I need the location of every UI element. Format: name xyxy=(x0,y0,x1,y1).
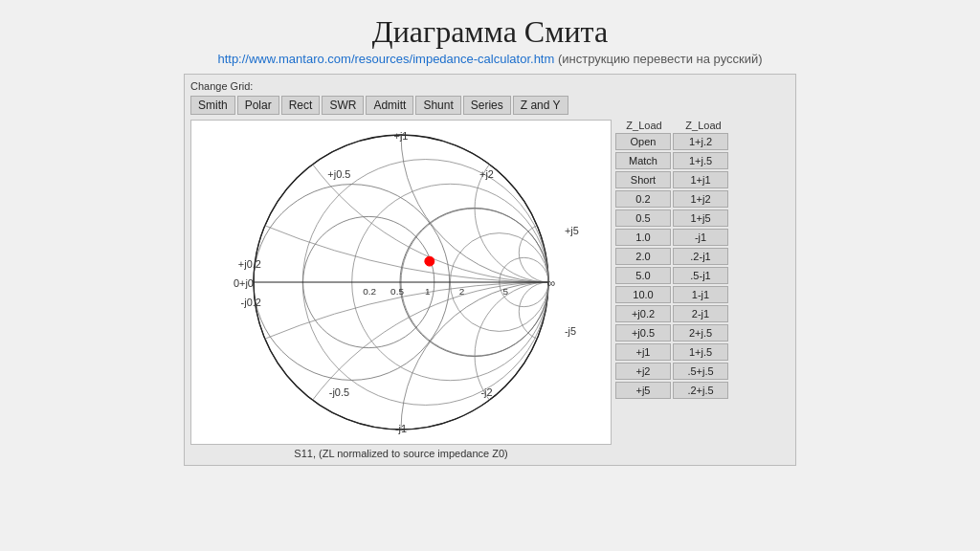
z-load-row: +j0.22-j1 xyxy=(615,305,738,322)
z-load-btn-8-0[interactable]: 10.0 xyxy=(615,286,671,303)
z-load-col1-header: Z_Load xyxy=(615,120,673,131)
svg-text:+j2: +j2 xyxy=(479,168,494,180)
z-load-row: 0.51+j5 xyxy=(615,209,738,227)
z-load-btn-10-0[interactable]: +j0.5 xyxy=(615,324,671,342)
z-load-btn-12-0[interactable]: +j2 xyxy=(615,363,671,380)
grid-btn-admitt[interactable]: Admitt xyxy=(366,96,413,115)
z-load-btn-5-0[interactable]: 1.0 xyxy=(615,229,671,246)
z-load-btn-0-1[interactable]: 1+j.2 xyxy=(673,133,728,150)
z-load-row: 1.0-j1 xyxy=(615,229,738,246)
z-load-row: Open1+j.2 xyxy=(615,133,738,150)
z-load-btn-7-0[interactable]: 5.0 xyxy=(615,267,671,284)
z-load-row: 2.0.2-j1 xyxy=(615,248,738,265)
svg-text:-j2: -j2 xyxy=(480,386,492,398)
smith-caption: S11, (ZL normalized to source impedance … xyxy=(190,448,612,459)
smith-chart: +j1 +j0.5 +j2 +j5 +j0.2 0+j0 0.2 0.5 1 2… xyxy=(190,120,612,445)
svg-text:1: 1 xyxy=(425,286,431,297)
z-load-btn-12-1[interactable]: .5+j.5 xyxy=(673,363,728,380)
subtitle: http://www.mantaro.com/resources/impedan… xyxy=(217,52,762,66)
svg-text:-j1: -j1 xyxy=(395,423,407,434)
svg-text:0.2: 0.2 xyxy=(363,286,376,297)
subtitle-link[interactable]: http://www.mantaro.com/resources/impedan… xyxy=(217,52,554,66)
svg-text:0+j0: 0+j0 xyxy=(234,277,254,289)
page-title: Диаграмма Смита xyxy=(372,14,608,50)
z-load-row: 0.21+j2 xyxy=(615,190,738,208)
svg-text:∞: ∞ xyxy=(547,276,556,290)
grid-btn-series[interactable]: Series xyxy=(463,96,511,115)
grid-btn-shunt[interactable]: Shunt xyxy=(415,96,460,115)
svg-text:+j1: +j1 xyxy=(394,130,409,142)
svg-text:-j5: -j5 xyxy=(565,325,576,337)
z-load-btn-11-0[interactable]: +j1 xyxy=(615,343,671,361)
z-load-btn-13-0[interactable]: +j5 xyxy=(615,382,671,399)
z-load-row: +j5.2+j.5 xyxy=(615,382,738,399)
grid-btn-smith[interactable]: Smith xyxy=(190,96,235,115)
grid-buttons-row: SmithPolarRectSWRAdmittShuntSeriesZ and … xyxy=(190,96,790,115)
z-load-row: 5.0.5-j1 xyxy=(615,267,738,284)
z-load-btn-1-1[interactable]: 1+j.5 xyxy=(673,152,728,169)
z-load-btn-9-0[interactable]: +j0.2 xyxy=(615,305,671,322)
svg-text:-j0.2: -j0.2 xyxy=(241,297,261,308)
svg-text:5: 5 xyxy=(503,286,509,297)
z-load-btn-7-1[interactable]: .5-j1 xyxy=(673,267,728,284)
svg-text:2: 2 xyxy=(459,286,465,297)
z-load-btn-10-1[interactable]: 2+j.5 xyxy=(673,324,728,342)
z-load-row: +j0.52+j.5 xyxy=(615,324,738,342)
z-load-btn-2-1[interactable]: 1+j1 xyxy=(673,171,728,188)
z-load-btn-13-1[interactable]: .2+j.5 xyxy=(673,382,728,399)
z-load-row: +j11+j.5 xyxy=(615,343,738,361)
z-load-btn-0-0[interactable]: Open xyxy=(615,133,671,150)
z-load-headers: Z_Load Z_Load xyxy=(615,120,738,131)
z-load-col2-header: Z_Load xyxy=(675,120,732,131)
subtitle-extra: (инструкцию перевести на русский) xyxy=(558,52,763,66)
z-load-btn-4-0[interactable]: 0.5 xyxy=(615,209,671,227)
z-load-btn-5-1[interactable]: -j1 xyxy=(673,229,728,246)
z-load-btn-3-1[interactable]: 1+j2 xyxy=(673,190,728,208)
z-load-row: Short1+j1 xyxy=(615,171,738,188)
grid-btn-polar[interactable]: Polar xyxy=(237,96,279,115)
z-load-row: +j2.5+j.5 xyxy=(615,363,738,380)
z-load-btn-9-1[interactable]: 2-j1 xyxy=(673,305,728,322)
z-load-btn-8-1[interactable]: 1-j1 xyxy=(673,286,728,303)
main-container: Change Grid: SmithPolarRectSWRAdmittShun… xyxy=(184,74,796,466)
z-load-btn-11-1[interactable]: 1+j.5 xyxy=(673,343,728,361)
z-load-btn-6-0[interactable]: 2.0 xyxy=(615,248,671,265)
smith-area: +j1 +j0.5 +j2 +j5 +j0.2 0+j0 0.2 0.5 1 2… xyxy=(190,120,790,459)
z-load-btn-6-1[interactable]: .2-j1 xyxy=(673,248,728,265)
z-load-panel: Z_Load Z_Load Open1+j.2Match1+j.5Short1+… xyxy=(615,120,738,459)
svg-point-23 xyxy=(425,256,434,266)
z-load-btn-1-0[interactable]: Match xyxy=(615,152,671,169)
z-load-row: 10.01-j1 xyxy=(615,286,738,303)
change-grid-label: Change Grid: xyxy=(190,80,790,92)
svg-text:+j0.5: +j0.5 xyxy=(327,168,350,180)
z-load-btn-2-0[interactable]: Short xyxy=(615,171,671,188)
z-load-row: Match1+j.5 xyxy=(615,152,738,169)
svg-text:-j0.5: -j0.5 xyxy=(329,386,349,398)
grid-btn-swr[interactable]: SWR xyxy=(322,96,364,115)
grid-btn-rect[interactable]: Rect xyxy=(281,96,321,115)
z-load-rows: Open1+j.2Match1+j.5Short1+j10.21+j20.51+… xyxy=(615,133,738,399)
svg-text:+j5: +j5 xyxy=(565,225,579,236)
z-load-btn-4-1[interactable]: 1+j5 xyxy=(673,209,728,227)
z-load-btn-3-0[interactable]: 0.2 xyxy=(615,190,671,208)
svg-text:0.5: 0.5 xyxy=(390,286,404,297)
grid-btn-z and y[interactable]: Z and Y xyxy=(513,96,568,115)
svg-text:+j0.2: +j0.2 xyxy=(238,258,261,270)
